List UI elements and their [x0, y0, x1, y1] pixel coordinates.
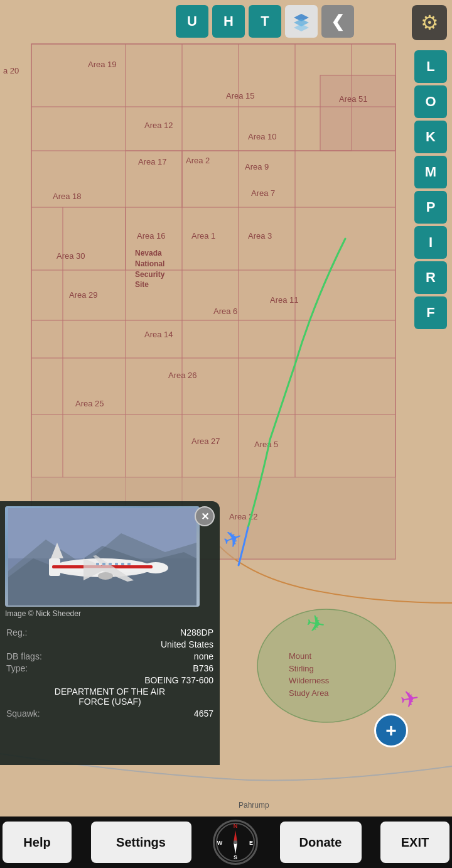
close-panel-btn[interactable]: ✕: [195, 506, 215, 526]
squawk-row: Squawk: 4657: [6, 708, 213, 719]
svg-point-22: [257, 609, 396, 722]
right-btn-r[interactable]: R: [414, 261, 447, 294]
svg-rect-38: [96, 563, 99, 565]
dbflags-row: DB flags: none: [6, 651, 213, 661]
svg-rect-40: [109, 563, 112, 565]
aircraft-photo: [5, 506, 200, 607]
exit-button[interactable]: EXIT: [380, 822, 449, 863]
settings-button[interactable]: Settings: [91, 822, 191, 863]
right-btn-i[interactable]: I: [414, 226, 447, 259]
squawk-label: Squawk:: [6, 708, 40, 719]
svg-point-44: [98, 572, 113, 580]
plus-button[interactable]: +: [374, 713, 408, 747]
right-btn-m[interactable]: M: [414, 156, 447, 188]
svg-text:S: S: [234, 854, 237, 860]
panel-data: Reg.: N288DP United States DB flags: non…: [0, 623, 220, 727]
btn-t[interactable]: T: [249, 5, 281, 38]
svg-rect-39: [102, 563, 105, 565]
svg-rect-43: [127, 563, 131, 565]
reg-label: Reg.:: [6, 627, 27, 637]
right-btn-f[interactable]: F: [414, 296, 447, 329]
back-btn[interactable]: ❮: [321, 5, 354, 38]
reg-value: N288DP: [180, 627, 213, 637]
donate-button[interactable]: Donate: [280, 822, 362, 863]
svg-text:E: E: [249, 840, 253, 846]
layers-btn[interactable]: [285, 5, 318, 38]
svg-marker-25: [294, 24, 309, 31]
dbflags-value: none: [194, 651, 213, 661]
svg-rect-42: [121, 563, 124, 565]
svg-text:W: W: [217, 840, 223, 846]
right-btn-k[interactable]: K: [414, 121, 447, 153]
info-panel: ✕: [0, 501, 220, 765]
help-button[interactable]: Help: [3, 822, 72, 863]
type-label: Type:: [6, 663, 28, 673]
top-toolbar: U H T ❮: [176, 5, 354, 38]
map-container[interactable]: Range74 A Area 19 a 20 Area 51 Area 15 A…: [0, 0, 452, 816]
btn-u[interactable]: U: [176, 5, 208, 38]
settings-gear-btn[interactable]: ⚙: [412, 5, 447, 40]
right-buttons-panel: L O K M P I R F: [414, 50, 447, 329]
reg-row: Reg.: N288DP: [6, 627, 213, 637]
country-row: United States: [6, 639, 213, 649]
operator-name: DEPARTMENT OF THE AIRFORCE (USAF): [6, 686, 213, 707]
aircraft-name: BOEING 737-600: [6, 675, 213, 685]
right-btn-p[interactable]: P: [414, 191, 447, 224]
squawk-value: 4657: [194, 708, 213, 719]
btn-h[interactable]: H: [212, 5, 245, 38]
type-row: Type: B736: [6, 663, 213, 673]
right-btn-l[interactable]: L: [414, 50, 447, 83]
svg-point-52: [234, 840, 237, 844]
svg-text:N: N: [234, 823, 238, 829]
svg-rect-41: [115, 563, 118, 565]
bottom-toolbar: Help Settings N W E S Donate: [0, 816, 452, 868]
type-value: B736: [193, 663, 213, 673]
right-btn-o[interactable]: O: [414, 85, 447, 118]
dbflags-label: DB flags:: [6, 651, 42, 661]
compass[interactable]: N W E S: [210, 817, 261, 867]
image-credit: Image © Nick Sheeder: [0, 607, 220, 623]
